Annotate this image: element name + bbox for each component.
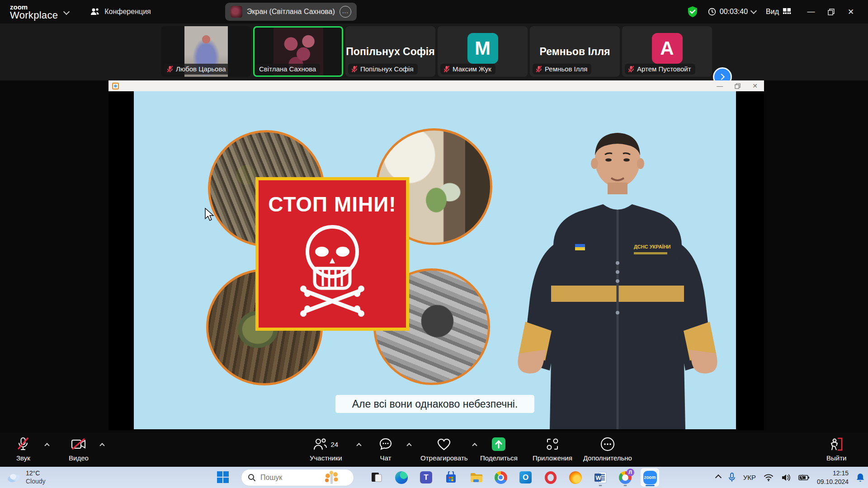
close-icon[interactable]: ✕ [752,82,758,89]
battery-icon[interactable] [798,474,809,481]
profile-badge: Л [627,469,634,476]
close-button[interactable]: ✕ [841,0,861,23]
shared-window-titlebar[interactable]: — ✕ [108,80,764,91]
share-label: Поделиться [480,454,518,462]
taskbar-app-edge[interactable] [392,468,410,487]
taskbar-app-store[interactable] [442,468,460,487]
people-icon [90,8,100,16]
edge-icon [395,471,408,484]
view-label: Вид [766,8,779,16]
start-button[interactable] [216,470,230,486]
taskbar-app-outlook[interactable]: O [516,468,535,487]
leave-button[interactable]: Выйти [826,436,846,462]
mouse-cursor [204,208,214,221]
clock-widget[interactable]: 12:15 09.10.2024 [817,469,849,485]
taskbar-search[interactable] [241,469,354,486]
participant-tile[interactable]: M Максим Жук [438,26,528,77]
more-icon [600,437,615,451]
tab-meeting[interactable]: Конференция [90,8,151,16]
participants-icon [313,438,327,450]
chat-button[interactable]: Чат [379,436,392,462]
share-button[interactable]: Поделиться [480,436,518,462]
camera-muted-icon [71,438,86,450]
apps-button[interactable]: Приложения [533,436,572,462]
weather-widget[interactable]: 12°C Cloudy [6,469,46,485]
notification-bell-icon[interactable] [856,473,864,482]
restore-button[interactable] [821,0,841,23]
tray-expand-icon[interactable] [715,474,722,480]
video-options-chevron[interactable] [100,441,104,449]
zoom-meeting-window: zoom Workplace Конференция Экран (Світла… [0,0,868,488]
view-button[interactable]: Вид [766,8,791,16]
heart-icon [437,438,451,451]
tray-date: 09.10.2024 [817,478,849,486]
taskbar-app-chrome[interactable] [491,468,510,487]
apps-icon [546,437,559,451]
taskbar-app-word[interactable]: W [591,468,609,487]
windows-start-icon [216,470,230,484]
more-button[interactable]: Дополнительно [583,436,632,462]
taskbar-app-firefox[interactable] [566,468,585,487]
audio-options-chevron[interactable] [45,441,49,449]
clock-icon [708,8,716,16]
zoom-app-icon: zoom [643,471,657,484]
minimize-button[interactable]: — [801,0,821,23]
zoom-workplace-logo: zoom Workplace [10,4,58,20]
taskbar-app-zoom[interactable]: zoom [641,468,659,487]
participant-tile[interactable]: Попільнух Софія Попільнух Софія [345,26,435,77]
participant-tile-active-speaker[interactable]: Світлана Сахнова [253,26,343,77]
wifi-icon[interactable] [764,474,774,481]
taskbar-app-explorer[interactable] [467,468,485,487]
react-label: Отреагировать [420,454,468,462]
outlook-icon: O [519,471,532,483]
shared-screen-stage: — ✕ СТОП МІНИ! [0,80,868,433]
participants-options-chevron[interactable] [357,441,361,449]
weather-temp: 12°C [26,469,46,478]
shared-app-window: — ✕ СТОП МІНИ! [108,80,764,430]
cloud-icon [6,472,22,483]
tab-options-icon[interactable]: ... [340,6,351,18]
tray-mic-icon[interactable] [728,473,736,483]
taskbar-app-opera[interactable] [541,468,560,487]
volume-icon[interactable] [781,474,791,482]
participant-tile[interactable]: Любов Царьова [161,26,251,77]
react-options-chevron[interactable] [473,441,476,449]
taskbar-app-chrome-profile[interactable]: Л [616,468,634,487]
language-indicator[interactable]: УКР [743,474,756,481]
search-icon [248,474,256,482]
chat-options-chevron[interactable] [407,441,411,449]
video-button[interactable]: Видео [69,436,89,462]
weather-desc: Cloudy [26,478,46,486]
audio-button[interactable]: Звук [16,436,30,462]
participant-tile[interactable]: A Артем Пустовойт [622,26,712,77]
svg-text:W: W [595,474,601,481]
participants-button[interactable]: 24 Участники [310,436,342,462]
chevron-down-icon[interactable] [63,9,70,15]
participant-name-label: Ремньов Ілля [533,64,591,75]
subtitle-caption: Але всі вони однаково небезпечні. [335,395,534,413]
meeting-toolbar: Звук Видео 24 [0,433,868,467]
chevron-down-icon[interactable] [750,8,757,14]
taskbar-app-widgets[interactable] [367,468,386,487]
participant-name-label: Артем Пустовойт [625,64,695,75]
search-input[interactable] [260,474,319,482]
participant-tile[interactable]: Ремньов Ілля Ремньов Ілля [530,26,620,77]
opera-icon [545,471,557,484]
restore-icon[interactable] [735,83,741,89]
microsoft-store-icon [445,471,457,483]
taskbar-app-teams[interactable]: T [417,468,435,487]
tab-shared-screen[interactable]: Экран (Світлана Сахнова) ... [225,3,357,21]
meeting-tab-label: Конференция [104,8,151,16]
mic-muted-icon [628,66,634,73]
security-shield-icon[interactable] [687,6,698,18]
minimize-icon[interactable]: — [717,82,723,89]
mine-safety-video: СТОП МІНИ! [134,91,736,429]
chat-label: Чат [380,454,392,462]
react-button[interactable]: Отреагировать [420,436,468,462]
teams-icon: T [420,471,432,483]
restore-icon [828,9,835,15]
logo-line2: Workplace [10,10,58,20]
meeting-timer[interactable]: 00:03:40 [708,8,756,16]
chat-icon [379,437,392,451]
leave-label: Выйти [826,454,846,462]
